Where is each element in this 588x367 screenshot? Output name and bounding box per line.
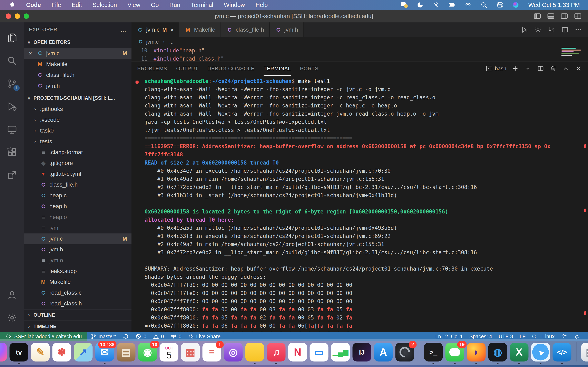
dock-excel[interactable]: X [510,343,528,361]
explorer-more-actions-icon[interactable]: … [120,26,127,33]
bluetooth-off-icon[interactable] [433,1,440,8]
tree-item[interactable]: ›.vscode [24,115,131,125]
tree-item[interactable]: MMakefile [24,277,131,287]
open-editor-item[interactable]: MMakefile [24,59,131,69]
open-editors-section[interactable]: ∨ OPEN EDITORS [24,37,131,48]
terminal-shell-label[interactable]: bash [485,65,506,72]
spotlight-search-icon[interactable] [480,1,487,8]
dock-apple-tv[interactable]: tv [9,343,28,361]
menu-app-name[interactable]: Code [26,2,41,8]
activity-explorer[interactable] [0,26,24,49]
editor-pane[interactable]: 10#include "heap.h"11#include "read_clas… [131,47,588,62]
activity-search[interactable] [0,49,24,72]
activity-source-control[interactable]: 1 [0,72,24,95]
wifi-icon[interactable] [465,1,471,8]
activity-remote-explorer[interactable] [0,118,24,141]
status-cursor-position[interactable]: Ln 12, Col 1 [432,334,466,340]
new-terminal-icon[interactable] [512,65,519,72]
dock-launchpad[interactable]: ▦ [181,343,200,361]
panel-tab-output[interactable]: OUTPUT [176,62,199,76]
dock-messenger[interactable]: ϟ [0,343,7,361]
tree-item[interactable]: ≡jvm.o [24,255,131,266]
open-editor-item[interactable]: Cclass_file.h [24,69,131,80]
control-center-icon[interactable] [496,1,503,8]
menu-bar-clock[interactable]: Wed Oct 5 1:33 PM [528,2,580,8]
tree-item[interactable]: Cread_class.c [24,287,131,298]
tree-item[interactable]: Cheap.h [24,201,131,212]
status-eol[interactable]: LF [516,334,529,340]
dock-news[interactable]: N [288,343,307,361]
menu-terminal[interactable]: Terminal [191,2,213,8]
tab-class_file.h[interactable]: Cclass_file.h [221,22,270,37]
activity-accounts[interactable] [0,284,24,306]
menu-window[interactable]: Window [224,2,245,8]
dock-music[interactable]: ♫ [267,343,286,361]
dock-mail[interactable]: ✉13,138 [95,343,114,361]
tree-item[interactable]: Cjvm.cM [24,234,131,244]
customize-layout-icon[interactable] [574,12,582,20]
tree-item[interactable]: ›task0 [24,125,131,136]
do-not-disturb-moon-icon[interactable] [417,1,424,8]
dock-facetime[interactable]: ◉10 [138,343,157,361]
status-sync-changes[interactable] [120,333,132,340]
terminal-output[interactable]: ⊗ schauhan@labradoodle:~/cs24/project01-… [131,75,588,332]
minimap[interactable] [562,47,584,57]
tree-item[interactable]: Cheap.c [24,190,131,201]
status-indentation[interactable]: Spaces: 4 [466,334,495,340]
tree-item[interactable]: ≡heap.o [24,212,131,223]
close-window-button[interactable] [6,13,11,19]
toggle-panel-icon[interactable] [547,12,555,20]
siri-icon[interactable] [512,1,519,8]
status-warnings[interactable]: 0 [150,333,167,340]
status-encoding[interactable]: UTF-8 [495,334,516,340]
activity-run-and-debug[interactable] [0,95,24,118]
tree-item[interactable]: ≡jvm [24,223,131,234]
dock-notes[interactable]: ✎ [31,343,50,361]
breadcrumb[interactable]: C jvm.c › ... [131,37,588,47]
status-language-mode[interactable]: C [529,334,539,340]
menu-go[interactable]: Go [151,2,159,8]
status-remote-os[interactable]: Linux [539,334,558,340]
status-notifications[interactable] [571,333,583,340]
terminal-scrollbar[interactable] [584,75,586,332]
menu-edit[interactable]: Edit [72,2,82,8]
close-icon[interactable]: × [171,27,173,33]
breadcrumb-file[interactable]: jvm.c [146,39,159,45]
dock-safari[interactable]: ▲ [531,343,550,361]
panel-tab-debug-console[interactable]: DEBUG CONSOLE [208,62,255,76]
dock-stickies[interactable] [245,343,264,361]
tree-item[interactable]: ›tests [24,136,131,147]
dock-activity-chart[interactable]: ▁▄▆ [331,343,350,361]
tree-item[interactable]: ▼.gitlab-ci.yml [24,169,131,179]
toggle-sidebar-icon[interactable] [533,12,541,20]
open-editor-item[interactable]: ×Cjvm.cM [24,48,131,59]
apple-logo-icon[interactable] [9,1,16,8]
status-git-branch[interactable]: master* [87,333,120,340]
open-editor-item[interactable]: Cjvm.h [24,80,131,91]
dock-vscode[interactable]: </> [553,343,571,361]
more-actions-icon[interactable] [575,26,582,34]
breadcrumb-more[interactable]: ... [169,39,174,45]
dock-maps[interactable]: ↗ [74,343,93,361]
status-errors[interactable]: 0 [132,333,150,340]
activity-manage[interactable] [0,306,24,329]
menu-view[interactable]: View [128,2,140,8]
close-panel-icon[interactable] [575,65,582,72]
menu-help[interactable]: Help [256,2,268,8]
split-editor-icon[interactable] [561,26,569,34]
timeline-section[interactable]: › TIMELINE [24,320,131,332]
menu-file[interactable]: File [52,2,61,8]
tree-item[interactable]: Cjvm.h [24,244,131,255]
run-file-icon[interactable] [521,26,528,34]
toggle-secondary-sidebar-icon[interactable] [560,12,568,20]
activity-live-share[interactable] [0,164,24,186]
menu-bar-app-icon[interactable] [400,2,408,8]
tree-item[interactable]: ◆.gitignore [24,158,131,169]
terminal-dropdown-icon[interactable] [524,65,532,72]
dock-contacts[interactable]: ▤ [117,343,136,361]
close-icon[interactable]: × [27,50,34,57]
project-section[interactable]: ∨ PROJECT01-SCHAUHAN [SSH: L... [24,92,131,104]
activity-extensions[interactable] [0,141,24,164]
menu-selection[interactable]: Selection [93,2,117,8]
status-feedback[interactable] [558,333,571,340]
